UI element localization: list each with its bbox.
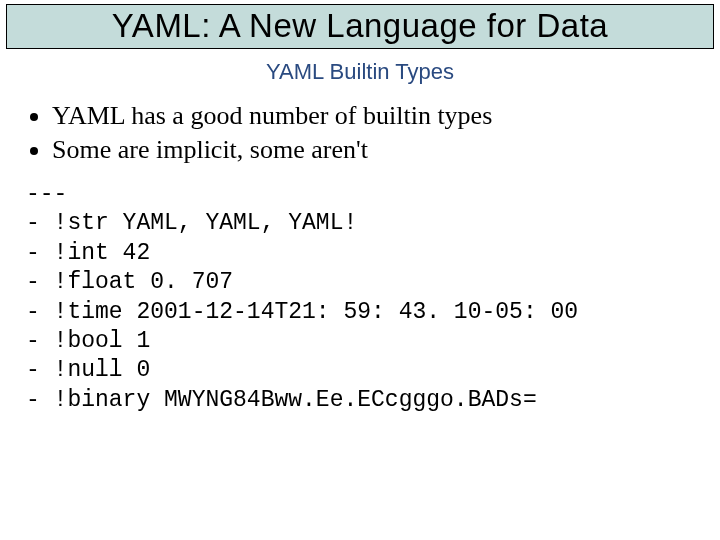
slide-subtitle: YAML Builtin Types bbox=[0, 59, 720, 85]
code-block: --- - !str YAML, YAML, YAML! - !int 42 -… bbox=[26, 180, 720, 416]
title-bar: YAML: A New Language for Data bbox=[6, 4, 714, 49]
bullet-item: Some are implicit, some aren't bbox=[52, 133, 700, 166]
slide: YAML: A New Language for Data YAML Built… bbox=[0, 4, 720, 540]
bullet-item: YAML has a good number of builtin types bbox=[52, 99, 700, 132]
slide-title: YAML: A New Language for Data bbox=[13, 5, 707, 46]
bullet-list: YAML has a good number of builtin types … bbox=[28, 99, 720, 166]
